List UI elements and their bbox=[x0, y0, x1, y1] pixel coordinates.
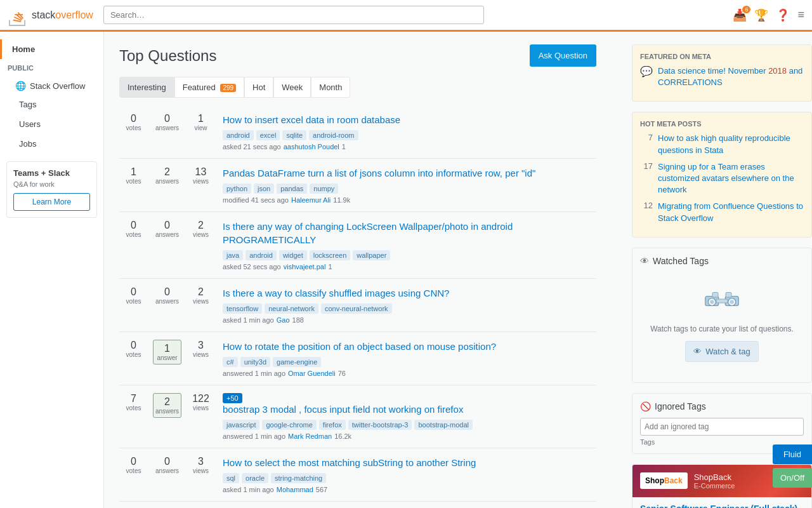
tag[interactable]: c# bbox=[223, 357, 238, 367]
user-link[interactable]: Haleemur Ali bbox=[291, 196, 331, 204]
ignored-tag-input[interactable] bbox=[640, 418, 804, 436]
views-group: 2 views bbox=[187, 220, 215, 238]
question-item-2: 0 votes 0 answers 2 views Is there any w… bbox=[119, 212, 596, 279]
menu-icon[interactable]: ≡ bbox=[797, 8, 804, 22]
tab-interesting[interactable]: Interesting bbox=[119, 77, 174, 98]
question-item-7: -1 votes 0 answers 8 views How to handle… bbox=[119, 502, 596, 508]
layout-buttons: Fluid On/Off bbox=[773, 444, 812, 488]
reputation-icon[interactable]: 🏆 bbox=[754, 8, 768, 22]
learn-more-button[interactable]: Learn More bbox=[13, 193, 90, 211]
tab-week[interactable]: Week bbox=[273, 77, 311, 98]
hot-link[interactable]: How to ask high quality reproducible que… bbox=[658, 133, 804, 156]
question-title[interactable]: How to select the most matching subStrin… bbox=[223, 456, 596, 469]
tag[interactable]: android bbox=[223, 130, 254, 140]
question-title[interactable]: Is there any way of changing LockScreen … bbox=[223, 220, 596, 246]
question-stats: 0 votes 0 answers 2 views bbox=[119, 220, 215, 271]
sidebar-item-stackoverflow[interactable]: 🌐 Stack Overflow bbox=[0, 77, 103, 95]
ask-question-button[interactable]: Ask Question bbox=[530, 44, 596, 67]
sidebar-item-home[interactable]: Home bbox=[0, 39, 103, 59]
question-title[interactable]: boostrap 3 modal , focus input field not… bbox=[223, 403, 596, 416]
question-title[interactable]: Pandas DataFrame turn a list of jsons co… bbox=[223, 166, 596, 180]
tab-month[interactable]: Month bbox=[311, 77, 350, 98]
tag[interactable]: excel bbox=[256, 130, 280, 140]
user-rep: 11.9k bbox=[333, 196, 350, 204]
help-icon[interactable]: ❓ bbox=[776, 8, 790, 22]
tag[interactable]: json bbox=[254, 184, 274, 194]
binoculars-illustration bbox=[703, 285, 741, 317]
tag[interactable]: sql bbox=[223, 473, 239, 483]
views-group: 2 views bbox=[187, 286, 215, 305]
tag[interactable]: pandas bbox=[277, 184, 307, 194]
tag[interactable]: java bbox=[223, 250, 243, 260]
question-title[interactable]: How to rotate the position of an object … bbox=[223, 340, 596, 353]
question-title[interactable]: Is there a way to classify shuffled imag… bbox=[223, 286, 596, 300]
search-input[interactable] bbox=[103, 6, 484, 24]
user-link[interactable]: vishvajeet.pal bbox=[284, 263, 326, 271]
tag[interactable]: game-engine bbox=[273, 357, 321, 367]
tab-hot[interactable]: Hot bbox=[244, 77, 273, 98]
answer-count: 2 bbox=[164, 166, 170, 178]
vote-count: 0 bbox=[131, 220, 136, 231]
question-stats: 0 votes 0 answers 3 views bbox=[119, 456, 215, 493]
hot-link[interactable]: Signing up for a Team erases customized … bbox=[658, 161, 804, 196]
hot-meta-item-0: 7 How to ask high quality reproducible q… bbox=[640, 133, 804, 156]
onoff-button[interactable]: On/Off bbox=[773, 468, 812, 488]
tag[interactable]: android bbox=[246, 250, 277, 260]
tag[interactable]: string-matching bbox=[271, 473, 326, 483]
question-stats: 7 votes 2 answers 122 views bbox=[119, 393, 215, 440]
tag[interactable]: sqlite bbox=[282, 130, 306, 140]
layout: Top Questions Ask Question Interesting F… bbox=[0, 32, 812, 508]
view-count: 2 bbox=[198, 286, 204, 298]
tag[interactable]: tensorflow bbox=[223, 304, 262, 314]
watch-tag-button[interactable]: 👁 Watch & tag bbox=[685, 341, 758, 362]
user-link[interactable]: Gao bbox=[277, 316, 290, 324]
ignored-tags-title: 🚫 Ignored Tags bbox=[640, 401, 804, 411]
view-count: 13 bbox=[195, 166, 207, 178]
tag[interactable]: neural-network bbox=[265, 304, 318, 314]
tag[interactable]: firefox bbox=[319, 420, 346, 430]
user-link[interactable]: Mohammad bbox=[277, 486, 313, 493]
logo[interactable]: stackoverflow bbox=[8, 4, 93, 27]
hot-meta-list: 7 How to ask high quality reproducible q… bbox=[640, 133, 804, 224]
tag[interactable]: numpy bbox=[310, 184, 338, 194]
votes-group: 0 votes bbox=[119, 456, 148, 474]
tag[interactable]: lockscreen bbox=[310, 250, 351, 260]
question-title[interactable]: How to insert excel data in room databas… bbox=[223, 113, 596, 126]
tag[interactable]: wallpaper bbox=[353, 250, 390, 260]
sidebar-item-jobs[interactable]: Jobs bbox=[0, 134, 103, 154]
answers-group: 0 answers bbox=[153, 220, 181, 238]
hot-link[interactable]: Migrating from Confluence Questions to S… bbox=[658, 201, 804, 224]
fluid-button[interactable]: Fluid bbox=[773, 444, 812, 464]
hot-num: 12 bbox=[640, 201, 653, 210]
tag[interactable]: widget bbox=[279, 250, 307, 260]
user-link[interactable]: Mark Redman bbox=[288, 432, 332, 440]
tag[interactable]: python bbox=[223, 184, 251, 194]
question-tags: androidexcelsqliteandroid-room bbox=[223, 130, 596, 140]
tag[interactable]: oracle bbox=[242, 473, 268, 483]
meta-link-1[interactable]: Data science time! November 2018 and COR… bbox=[658, 65, 804, 88]
tag[interactable]: conv-neural-network bbox=[321, 304, 392, 314]
user-link[interactable]: Omar Guendeli bbox=[288, 370, 336, 377]
question-item-4: 0 votes 1 answer 3 views How to rotate t… bbox=[119, 332, 596, 385]
question-tags: tensorflowneural-networkconv-neural-netw… bbox=[223, 304, 596, 314]
tag[interactable]: android-room bbox=[309, 130, 358, 140]
question-tags: javascriptgoogle-chromefirefoxtwitter-bo… bbox=[223, 420, 596, 430]
tag[interactable]: javascript bbox=[223, 420, 259, 430]
inbox-icon[interactable]: 📥 6 bbox=[733, 8, 747, 22]
tag[interactable]: unity3d bbox=[240, 357, 270, 367]
sidebar-item-tags[interactable]: Tags bbox=[0, 95, 103, 114]
tag[interactable]: bootstrap-modal bbox=[414, 420, 473, 430]
svg-rect-2 bbox=[716, 299, 728, 303]
views-group: 3 views bbox=[187, 456, 215, 474]
main-content: Top Questions Ask Question Interesting F… bbox=[104, 32, 612, 508]
sidebar-item-users[interactable]: Users bbox=[0, 114, 103, 134]
tag[interactable]: twitter-bootstrap-3 bbox=[348, 420, 412, 430]
ad-title[interactable]: Senior Software Engineer (Full stack) bbox=[640, 504, 804, 508]
user-link[interactable]: aashutosh Poudel bbox=[284, 143, 339, 150]
tag[interactable]: google-chrome bbox=[262, 420, 316, 430]
question-stats: 0 votes 0 answers 2 views bbox=[119, 286, 215, 324]
answer-label: answers bbox=[155, 231, 179, 238]
tab-featured[interactable]: Featured 299 bbox=[174, 77, 244, 98]
views-group: 3 views bbox=[187, 340, 215, 364]
svg-rect-7 bbox=[712, 292, 718, 297]
